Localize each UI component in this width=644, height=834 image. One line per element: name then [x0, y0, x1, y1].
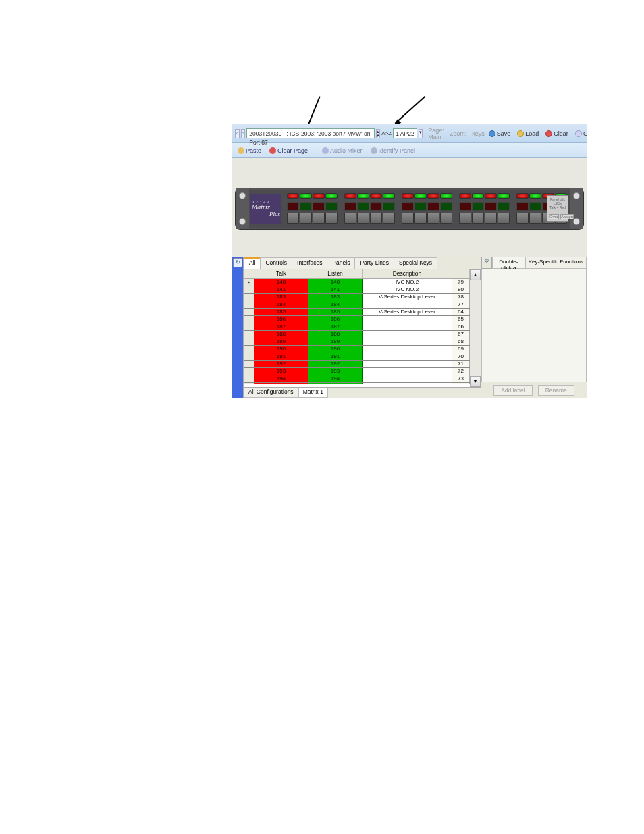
panel-key-button[interactable] — [313, 213, 325, 224]
clear-page-button[interactable]: Clear Page — [267, 146, 311, 155]
panel-key-button[interactable] — [287, 213, 299, 224]
table-row[interactable]: 18418477 — [244, 301, 470, 309]
tab-all[interactable]: All — [244, 257, 261, 269]
cell-listen[interactable]: 141 — [308, 286, 363, 293]
table-row[interactable]: 19119170 — [244, 353, 470, 361]
cell-description[interactable]: IVC NO.2 — [363, 279, 452, 286]
table-row[interactable]: ▸140140IVC NO.279 — [244, 279, 470, 286]
tab-interfaces[interactable]: Interfaces — [292, 257, 327, 269]
panel-screen[interactable] — [370, 202, 382, 211]
cell-talk[interactable]: 191 — [254, 353, 308, 360]
panel-key-button[interactable] — [498, 213, 510, 224]
panel-screen[interactable] — [485, 202, 497, 211]
panel-screen[interactable] — [300, 202, 312, 211]
cell-talk[interactable]: 141 — [254, 286, 308, 293]
over-button[interactable]: Over — [549, 214, 559, 219]
row-selector[interactable] — [244, 383, 254, 384]
cell-description[interactable]: V-Series Desktop Lever — [363, 294, 452, 301]
cell-talk[interactable]: 193 — [254, 368, 308, 375]
row-selector[interactable] — [244, 353, 254, 360]
header-listen[interactable]: Listen — [308, 269, 363, 278]
panel-key-button[interactable] — [516, 213, 529, 224]
cell-listen[interactable]: 188 — [308, 331, 363, 338]
table-row[interactable]: 185185V-Series Desktop Lever64 — [244, 309, 470, 316]
table-row[interactable]: 19319372 — [244, 368, 470, 375]
nav-next-button[interactable]: > — [241, 129, 246, 138]
cell-description[interactable]: V-Series Desktop Lever — [363, 309, 452, 315]
clear-button[interactable]: Clear — [543, 129, 571, 138]
panel-screen[interactable] — [287, 202, 299, 211]
table-row[interactable]: 183183V-Series Desktop Lever78 — [244, 294, 470, 301]
cell-description[interactable] — [363, 353, 452, 360]
panel-key-button[interactable] — [529, 213, 541, 224]
load-button[interactable]: Load — [514, 129, 541, 138]
cell-description[interactable]: IVC NO.2 — [363, 286, 452, 293]
cell-listen[interactable]: 184 — [308, 301, 363, 308]
rename-button[interactable]: Rename — [538, 385, 574, 396]
tab-party-lines[interactable]: Party Lines — [354, 257, 394, 269]
add-label-button[interactable]: Add label — [493, 385, 532, 396]
rp-tab-key-functions[interactable]: Key-Specific Functions — [525, 257, 587, 269]
spinner-icon[interactable]: ▴▾ — [376, 129, 380, 138]
cell-description[interactable] — [363, 346, 452, 353]
btab-matrix-1[interactable]: Matrix 1 — [298, 388, 328, 398]
panel-screen[interactable] — [325, 202, 338, 211]
az-dropdown-icon[interactable]: ▾ — [419, 129, 423, 138]
tab-special-keys[interactable]: Special Keys — [394, 257, 437, 269]
panel-screen[interactable] — [529, 202, 541, 211]
panel-screen[interactable] — [472, 202, 484, 211]
panel-screen[interactable] — [344, 202, 356, 211]
panel-key-button[interactable] — [472, 213, 484, 224]
panel-screen[interactable] — [427, 202, 439, 211]
panel-key-button[interactable] — [440, 213, 452, 224]
panel-key-button[interactable] — [370, 213, 382, 224]
panel-screen[interactable] — [516, 202, 529, 211]
cell-listen[interactable]: 186 — [308, 316, 363, 323]
row-selector[interactable] — [244, 375, 254, 382]
panel-key-button[interactable] — [325, 213, 338, 224]
cell-listen[interactable]: 192 — [308, 361, 363, 367]
tab-controls[interactable]: Controls — [260, 257, 292, 269]
cell-description[interactable] — [363, 383, 452, 384]
cell-talk[interactable]: 189 — [254, 338, 308, 345]
cell-talk[interactable]: 194 — [254, 375, 308, 382]
table-row[interactable]: 18718766 — [244, 323, 470, 331]
header-talk[interactable]: Talk — [254, 269, 308, 278]
cell-description[interactable] — [363, 301, 452, 308]
table-row[interactable]: 141141IVC NO.280 — [244, 286, 470, 294]
rp-refresh-button[interactable]: ↻ — [481, 257, 492, 269]
cell-description[interactable] — [363, 323, 452, 330]
save-button[interactable]: Save — [486, 129, 514, 138]
over-assign-buttons[interactable]: Panel talk LEDsTalk = Red Over Assign — [547, 195, 568, 222]
row-selector[interactable] — [244, 323, 254, 330]
panel-screen[interactable] — [357, 202, 369, 211]
panel-key-button[interactable] — [344, 213, 356, 224]
cell-description[interactable] — [363, 361, 452, 367]
tab-panels[interactable]: Panels — [327, 257, 355, 269]
nav-prev-button[interactable]: < — [235, 129, 240, 138]
panel-screen[interactable] — [402, 202, 414, 211]
scrollbar-vertical[interactable]: ▲ ▼ — [470, 269, 481, 387]
az-input[interactable]: 1 AP22 — [393, 128, 417, 138]
row-selector[interactable] — [244, 368, 254, 375]
cell-talk[interactable]: 187 — [254, 323, 308, 330]
cell-talk[interactable]: 184 — [254, 301, 308, 308]
refresh-button[interactable]: ↻ — [233, 258, 242, 267]
row-selector[interactable] — [244, 346, 254, 353]
cell-description[interactable] — [363, 316, 452, 323]
cell-description[interactable] — [363, 338, 452, 345]
header-description[interactable]: Description — [363, 269, 452, 278]
cell-talk[interactable]: 186 — [254, 316, 308, 323]
cell-listen[interactable]: 195 — [308, 383, 363, 384]
panel-key-button[interactable] — [427, 213, 439, 224]
row-selector[interactable]: ▸ — [244, 279, 254, 286]
cell-talk[interactable]: 192 — [254, 361, 308, 367]
scroll-track[interactable] — [470, 280, 481, 376]
cell-talk[interactable]: 185 — [254, 309, 308, 315]
panel-key-button[interactable] — [383, 213, 395, 224]
row-selector[interactable] — [244, 301, 254, 308]
table-row[interactable]: 18618665 — [244, 316, 470, 323]
panel-screen[interactable] — [383, 202, 395, 211]
row-selector[interactable] — [244, 361, 254, 367]
row-selector[interactable] — [244, 309, 254, 315]
